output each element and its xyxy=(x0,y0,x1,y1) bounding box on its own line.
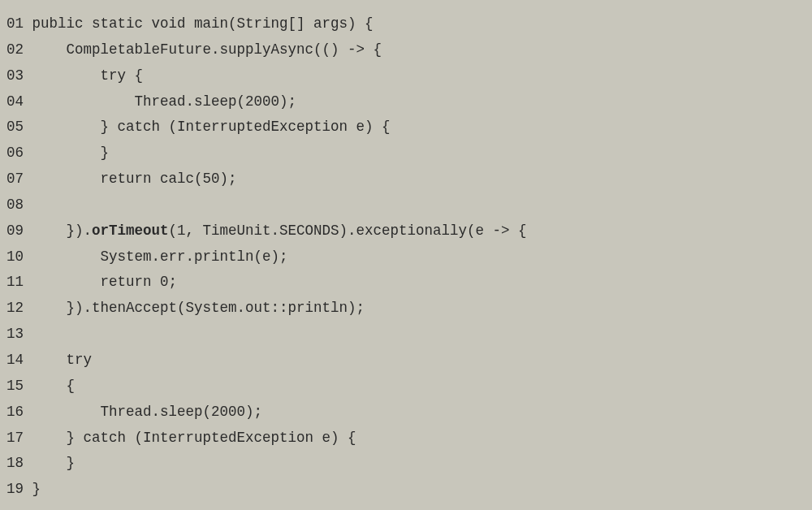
line-number: 15 xyxy=(6,374,24,400)
code-line: 14 try xyxy=(6,348,797,374)
line-content: } catch (InterruptedException e) { xyxy=(32,119,391,135)
code-line: 09 }).orTimeout(1, TimeUnit.SECONDS).exc… xyxy=(6,218,797,244)
line-indent xyxy=(32,145,101,161)
line-number: 02 xyxy=(6,37,24,63)
line-number: 17 xyxy=(6,426,24,452)
line-content: }).orTimeout(1, TimeUnit.SECONDS).except… xyxy=(32,223,527,239)
line-content: } xyxy=(32,145,110,161)
code-segment: (1, TimeUnit.SECONDS).exceptionally(e ->… xyxy=(169,223,527,239)
line-content: } xyxy=(32,481,41,497)
line-content: Thread.sleep(2000); xyxy=(32,404,263,420)
code-line: 11 return 0; xyxy=(6,270,797,296)
line-indent xyxy=(32,430,67,446)
line-indent xyxy=(32,41,67,58)
code-segment: orTimeout xyxy=(92,223,169,239)
code-segment: try xyxy=(67,352,93,368)
line-number: 05 xyxy=(6,115,24,140)
line-content: return 0; xyxy=(32,274,178,290)
code-line: 01public static void main(String[] args)… xyxy=(6,11,797,37)
line-content: try { xyxy=(32,67,144,84)
code-line: 18 } xyxy=(6,451,797,477)
code-segment: Thread.sleep(2000); xyxy=(135,93,297,110)
line-number: 13 xyxy=(6,322,24,348)
line-number: 16 xyxy=(6,400,24,426)
code-segment: } xyxy=(101,145,110,161)
code-segment: CompletableFuture.supplyAsync(() -> { xyxy=(67,41,382,58)
code-segment: try { xyxy=(101,67,144,84)
line-number: 10 xyxy=(6,244,24,270)
code-segment: return 0; xyxy=(101,274,178,290)
code-line: 12 }).thenAccept(System.out::println); xyxy=(6,296,797,322)
line-number: 03 xyxy=(6,63,24,89)
code-segment: { xyxy=(67,378,76,394)
line-content: CompletableFuture.supplyAsync(() -> { xyxy=(32,41,382,58)
code-line: 19} xyxy=(6,477,797,503)
line-indent xyxy=(32,171,101,187)
line-indent xyxy=(32,378,67,394)
code-line: 02 CompletableFuture.supplyAsync(() -> { xyxy=(6,37,797,63)
line-number: 09 xyxy=(6,218,24,244)
code-segment: } catch (InterruptedException e) { xyxy=(67,430,356,446)
code-segment: return calc(50); xyxy=(101,171,237,187)
line-content: { xyxy=(32,378,76,394)
line-number: 06 xyxy=(6,140,24,166)
code-line: 15 { xyxy=(6,374,797,400)
line-content: public static void main(String[] args) { xyxy=(32,15,374,32)
line-indent xyxy=(32,93,135,110)
line-indent xyxy=(32,300,67,316)
line-content: } catch (InterruptedException e) { xyxy=(32,430,356,446)
line-content: return calc(50); xyxy=(32,171,237,187)
line-content: } xyxy=(32,455,76,471)
line-indent xyxy=(32,119,101,135)
line-number: 12 xyxy=(6,296,24,322)
code-segment: }). xyxy=(67,223,93,239)
code-segment: } xyxy=(67,455,76,471)
code-line: 06 } xyxy=(6,140,797,166)
line-number: 08 xyxy=(6,192,24,218)
line-number: 07 xyxy=(6,166,24,192)
code-line: 03 try { xyxy=(6,63,797,89)
line-indent xyxy=(32,455,67,471)
code-segment: Thread.sleep(2000); xyxy=(101,404,263,420)
line-content: try xyxy=(32,352,93,368)
code-line: 08 xyxy=(6,192,797,218)
code-line: 05 } catch (InterruptedException e) { xyxy=(6,115,797,140)
code-line: 16 Thread.sleep(2000); xyxy=(6,400,797,426)
line-content: }).thenAccept(System.out::println); xyxy=(32,300,365,316)
code-segment: } catch (InterruptedException e) { xyxy=(101,119,391,135)
line-indent xyxy=(32,404,101,420)
line-number: 14 xyxy=(6,348,24,374)
line-indent xyxy=(32,274,101,290)
line-indent xyxy=(32,223,67,239)
line-number: 11 xyxy=(6,270,24,296)
code-line: 13 xyxy=(6,322,797,348)
code-line: 10 System.err.println(e); xyxy=(6,244,797,270)
code-line: 04 Thread.sleep(2000); xyxy=(6,89,797,115)
line-indent xyxy=(32,352,67,368)
code-segment: public static void main(String[] args) { xyxy=(32,15,374,32)
line-number: 01 xyxy=(6,11,24,37)
code-listing: 01public static void main(String[] args)… xyxy=(0,0,812,510)
code-line: 07 return calc(50); xyxy=(6,166,797,192)
line-content: System.err.println(e); xyxy=(32,249,288,265)
code-segment: System.err.println(e); xyxy=(101,249,288,265)
line-number: 19 xyxy=(6,477,24,503)
line-indent xyxy=(32,249,101,265)
line-number: 04 xyxy=(6,89,24,115)
line-indent xyxy=(32,67,101,84)
code-line: 17 } catch (InterruptedException e) { xyxy=(6,426,797,452)
line-content: Thread.sleep(2000); xyxy=(32,93,297,110)
code-segment: } xyxy=(32,481,41,497)
line-number: 18 xyxy=(6,451,24,477)
code-segment: }).thenAccept(System.out::println); xyxy=(67,300,365,316)
